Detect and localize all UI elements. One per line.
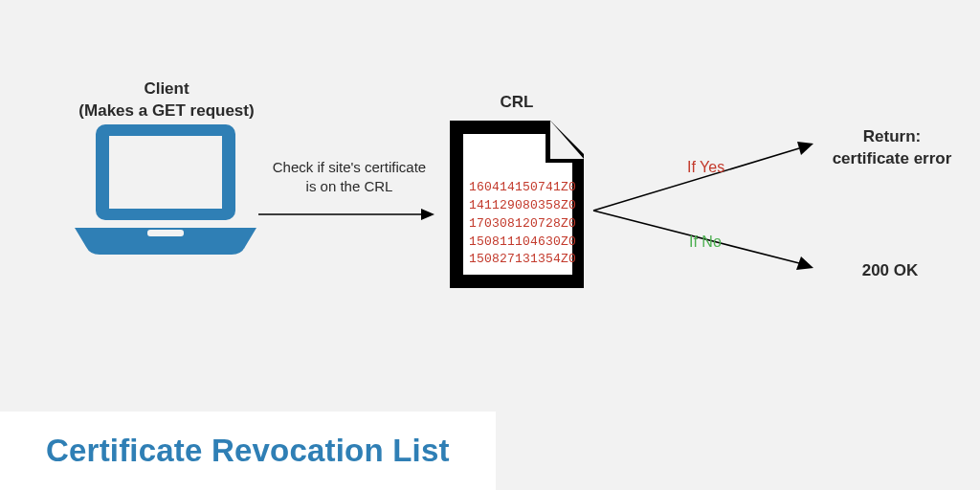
branch-yes-label: If Yes — [687, 159, 724, 176]
branch-arrows-icon — [593, 134, 823, 287]
svg-marker-8 — [796, 256, 813, 270]
result-error-label: Return: certificate error — [815, 126, 969, 170]
check-caption: Check if site's certificate is on the CR… — [258, 158, 440, 197]
title-banner: Certificate Revocation List — [0, 412, 496, 490]
laptop-icon — [75, 124, 256, 263]
svg-marker-6 — [797, 142, 813, 155]
page-title: Certificate Revocation List — [46, 433, 450, 469]
client-title-line1: Client — [144, 79, 189, 98]
crl-label: CRL — [469, 92, 565, 114]
result-ok-label: 200 OK — [833, 260, 947, 282]
client-title-line2: (Makes a GET request) — [78, 101, 254, 120]
svg-marker-4 — [421, 209, 434, 220]
crl-entry: 150811104630Z0 — [469, 234, 576, 252]
arrow-client-to-crl-icon — [258, 205, 435, 224]
result-error-line2: certificate error — [833, 149, 952, 167]
result-error-line1: Return: — [863, 127, 921, 145]
diagram-canvas: Client (Makes a GET request) Check if si… — [0, 0, 980, 490]
svg-rect-1 — [109, 136, 222, 209]
branch-no-label: If No — [689, 234, 722, 251]
crl-entry: 170308120728Z0 — [469, 215, 576, 234]
crl-title: CRL — [501, 93, 534, 111]
client-label: Client (Makes a GET request) — [61, 78, 272, 122]
crl-entry: 141129080358Z0 — [469, 197, 576, 215]
crl-entries: 160414150741Z0 141129080358Z0 1703081207… — [469, 179, 576, 269]
crl-entry: 160414150741Z0 — [469, 179, 576, 197]
check-caption-line2: is on the CRL — [306, 178, 393, 194]
check-caption-line1: Check if site's certificate — [273, 159, 426, 175]
crl-entry: 150827131354Z0 — [469, 251, 576, 269]
svg-rect-2 — [147, 230, 184, 236]
svg-line-5 — [593, 148, 799, 211]
